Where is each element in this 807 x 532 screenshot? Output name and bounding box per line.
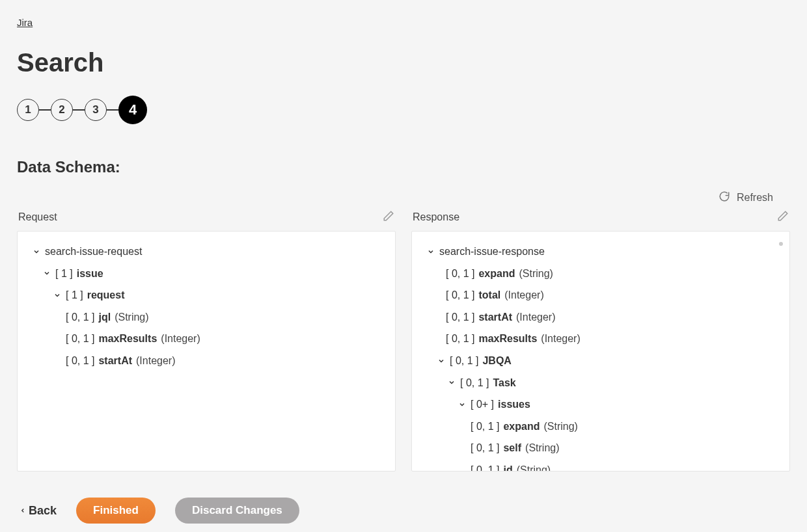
cardinality: [ 0+ ]	[471, 396, 494, 413]
tree-leaf-name: self	[503, 440, 521, 457]
tree-leaf-type: (String)	[115, 309, 148, 326]
tree-leaf-name: total	[478, 287, 500, 304]
section-title: Data Schema:	[17, 158, 790, 176]
tree-leaf-name: jql	[98, 309, 111, 326]
tree-node-name: issue	[77, 265, 103, 282]
chevron-down-icon[interactable]	[426, 248, 435, 256]
page-title: Search	[17, 48, 790, 77]
finished-button[interactable]: Finished	[76, 498, 156, 524]
chevron-left-icon	[20, 506, 26, 515]
tree-leaf-name: startAt	[98, 352, 132, 369]
tree-leaf-type: (Integer)	[504, 287, 543, 304]
chevron-down-icon[interactable]	[42, 269, 51, 277]
chevron-down-icon[interactable]	[437, 357, 446, 365]
step-connector	[39, 109, 51, 111]
cardinality: [ 0, 1 ]	[450, 352, 478, 369]
step-2[interactable]: 2	[51, 99, 73, 121]
chevron-down-icon[interactable]	[458, 401, 467, 408]
refresh-button[interactable]: Refresh	[17, 191, 790, 205]
tree-node-name: Task	[493, 375, 515, 392]
edit-icon[interactable]	[383, 210, 394, 224]
tree-leaf-name: expand	[503, 418, 540, 435]
tree-leaf-name: maxResults	[478, 330, 537, 347]
tree-leaf-type: (Integer)	[516, 309, 555, 326]
tree-leaf-type: (Integer)	[161, 330, 200, 347]
tree-leaf-type: (Integer)	[541, 330, 580, 347]
step-connector	[107, 109, 118, 111]
chevron-down-icon[interactable]	[32, 248, 41, 256]
refresh-icon	[718, 191, 730, 205]
step-connector	[73, 109, 85, 111]
cardinality: [ 0, 1 ]	[446, 287, 474, 304]
step-4[interactable]: 4	[118, 96, 147, 124]
tree-node-name: request	[87, 287, 125, 304]
cardinality: [ 0, 1 ]	[460, 375, 489, 392]
tree-leaf-type: (Integer)	[136, 352, 175, 369]
edit-icon[interactable]	[777, 210, 789, 224]
tree-leaf-type: (String)	[525, 440, 559, 457]
back-label: Back	[29, 504, 57, 518]
tree-node-root: search-issue-response	[439, 243, 545, 260]
tree-leaf-type: (String)	[543, 418, 577, 435]
cardinality: [ 0, 1 ]	[446, 265, 474, 282]
cardinality: [ 0, 1 ]	[471, 418, 499, 435]
scrollbar-indicator[interactable]	[779, 242, 783, 246]
cardinality: [ 1 ]	[66, 287, 83, 304]
back-button[interactable]: Back	[20, 504, 57, 518]
step-3[interactable]: 3	[85, 99, 107, 121]
chevron-down-icon[interactable]	[447, 379, 456, 386]
cardinality: [ 0, 1 ]	[66, 330, 94, 347]
request-label: Request	[18, 211, 57, 223]
request-schema-panel: search-issue-request [ 1 ] issue	[17, 231, 396, 472]
cardinality: [ 0, 1 ]	[66, 352, 94, 369]
tree-node-name: JBQA	[482, 352, 511, 369]
chevron-down-icon[interactable]	[53, 291, 62, 299]
tree-leaf-type: (String)	[519, 265, 553, 282]
response-label: Response	[413, 211, 459, 223]
cardinality: [ 0, 1 ]	[471, 440, 499, 457]
refresh-label: Refresh	[737, 192, 773, 204]
tree-leaf-name: startAt	[478, 309, 512, 326]
tree-leaf-name: id	[503, 462, 512, 472]
tree-node-root: search-issue-request	[45, 243, 142, 260]
cardinality: [ 0, 1 ]	[446, 309, 474, 326]
tree-node-name: issues	[498, 396, 530, 413]
cardinality: [ 0, 1 ]	[471, 462, 499, 472]
cardinality: [ 1 ]	[55, 265, 73, 282]
stepper: 1 2 3 4	[17, 96, 790, 124]
cardinality: [ 0, 1 ]	[446, 330, 474, 347]
breadcrumb-jira[interactable]: Jira	[17, 17, 33, 28]
response-schema-panel: search-issue-response [ 0, 1 ] expand (S…	[411, 231, 790, 472]
tree-leaf-name: expand	[478, 265, 515, 282]
tree-leaf-type: (String)	[517, 462, 551, 472]
step-1[interactable]: 1	[17, 99, 39, 121]
cardinality: [ 0, 1 ]	[66, 309, 94, 326]
discard-changes-button[interactable]: Discard Changes	[175, 498, 299, 524]
tree-leaf-name: maxResults	[98, 330, 157, 347]
